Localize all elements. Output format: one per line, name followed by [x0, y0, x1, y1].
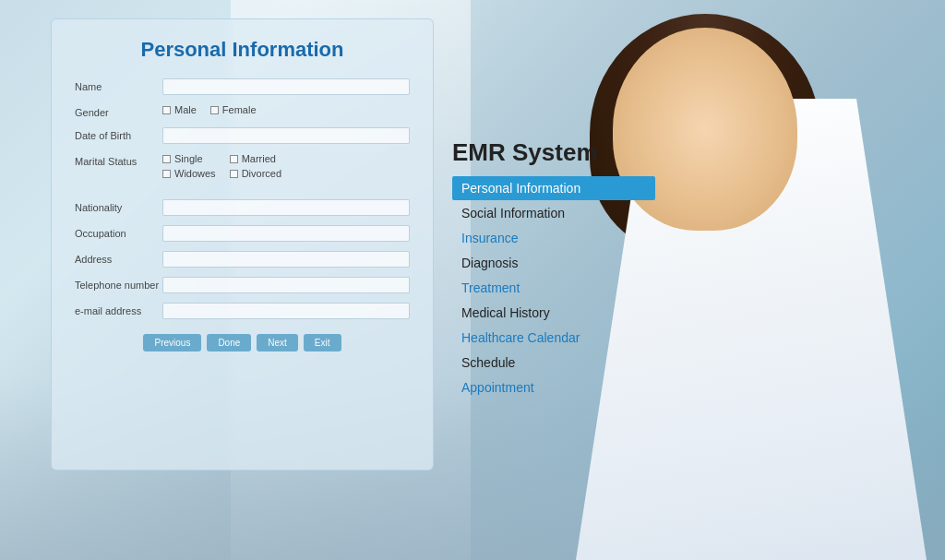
- telephone-input[interactable]: [162, 277, 410, 293]
- single-label: Single: [174, 153, 203, 164]
- menu-schedule[interactable]: Schedule: [452, 351, 655, 375]
- divorced-checkbox[interactable]: [230, 170, 238, 178]
- done-button[interactable]: Done: [207, 334, 251, 351]
- form-title: Personal Information: [75, 38, 410, 62]
- next-button[interactable]: Next: [257, 334, 298, 351]
- name-label: Name: [75, 78, 162, 92]
- dob-input[interactable]: [162, 127, 410, 144]
- nationality-row: Nationality: [75, 199, 410, 216]
- male-label: Male: [174, 104, 197, 115]
- marital-options: Single Married Widowes Divorced: [162, 153, 282, 179]
- female-radio[interactable]: [210, 106, 219, 114]
- widowes-checkbox[interactable]: [162, 170, 171, 178]
- single-option[interactable]: Single: [162, 153, 216, 164]
- menu-social-information[interactable]: Social Information: [452, 201, 655, 225]
- widowes-label: Widowes: [174, 168, 216, 179]
- gender-label: Gender: [75, 104, 162, 118]
- occupation-label: Occupation: [75, 225, 162, 239]
- email-row: e-mail address: [75, 303, 410, 319]
- address-label: Address: [75, 251, 162, 265]
- form-buttons: Previous Done Next Exit: [75, 334, 410, 351]
- female-label: Female: [222, 104, 257, 115]
- single-checkbox[interactable]: [162, 155, 171, 163]
- marital-label: Marital Status: [75, 153, 162, 167]
- divorced-option[interactable]: Divorced: [230, 168, 283, 179]
- nationality-input[interactable]: [162, 199, 410, 216]
- male-radio[interactable]: [162, 106, 171, 114]
- gender-row: Gender Male Female: [75, 104, 410, 118]
- menu-insurance[interactable]: Insurance: [452, 226, 655, 250]
- dob-label: Date of Birth: [75, 127, 162, 141]
- previous-button[interactable]: Previous: [143, 334, 201, 351]
- widowes-option[interactable]: Widowes: [162, 168, 216, 179]
- menu-diagnosis[interactable]: Diagnosis: [452, 251, 655, 275]
- gender-options: Male Female: [162, 104, 257, 115]
- menu-treatment[interactable]: Treatment: [452, 276, 655, 300]
- emr-panel: EMR System Personal Information Social I…: [452, 138, 655, 400]
- married-label: Married: [242, 153, 276, 164]
- dob-row: Date of Birth: [75, 127, 410, 144]
- menu-medical-history[interactable]: Medical History: [452, 301, 655, 325]
- emr-title: EMR System: [452, 138, 655, 167]
- marital-row: Marital Status Single Married Widowes Di…: [75, 153, 410, 179]
- occupation-row: Occupation: [75, 225, 410, 242]
- menu-personal-information[interactable]: Personal Information: [452, 176, 655, 200]
- telephone-label: Telephone number: [75, 277, 162, 291]
- occupation-input[interactable]: [162, 225, 410, 242]
- married-checkbox[interactable]: [230, 155, 238, 163]
- married-option[interactable]: Married: [230, 153, 283, 164]
- email-label: e-mail address: [75, 303, 162, 316]
- nationality-label: Nationality: [75, 199, 162, 213]
- emr-menu: Personal Information Social Information …: [452, 176, 655, 399]
- exit-button[interactable]: Exit: [304, 334, 341, 351]
- name-row: Name: [75, 78, 410, 95]
- male-option[interactable]: Male: [162, 104, 197, 115]
- name-input[interactable]: [162, 78, 410, 95]
- personal-info-form: Personal Information Name Gender Male Fe…: [51, 18, 434, 471]
- menu-appointment[interactable]: Appointment: [452, 375, 655, 399]
- menu-healthcare-calendar[interactable]: Healthcare Calendar: [452, 326, 655, 350]
- email-input[interactable]: [162, 303, 410, 319]
- female-option[interactable]: Female: [210, 104, 257, 115]
- address-row: Address: [75, 251, 410, 268]
- telephone-row: Telephone number: [75, 277, 410, 293]
- divorced-label: Divorced: [242, 168, 281, 179]
- address-input[interactable]: [162, 251, 410, 268]
